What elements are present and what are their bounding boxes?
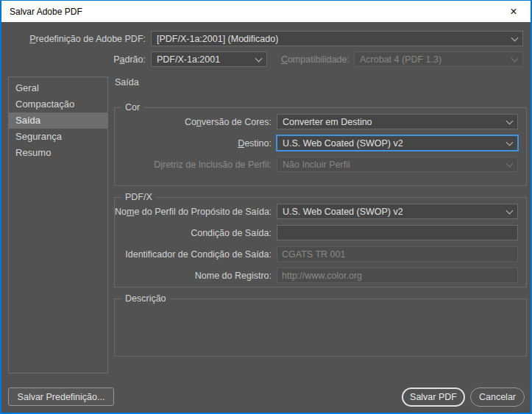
chevron-down-icon <box>511 54 519 62</box>
profile-inclusion-label: Diretriz de Inclusão de Perfil: <box>115 160 272 170</box>
pdfx-group: PDF/X Nome do Perfil do Propósito de Saí… <box>114 192 527 288</box>
registry-name-input <box>277 268 518 283</box>
save-pdf-button[interactable]: Salvar PDF <box>402 388 465 407</box>
settings-section-list: Geral Compactação Saída Segurança Resumo <box>8 76 108 374</box>
color-conversion-label: Conversão de Cores: <box>115 117 272 127</box>
standard-row: Padrão: PDF/X-1a:2001 Compatibilidade: A… <box>1 51 523 67</box>
destination-value: U.S. Web Coated (SWOP) v2 <box>283 138 403 149</box>
title-bar: Salvar Adobe PDF × <box>1 1 531 22</box>
save-adobe-pdf-dialog: Salvar Adobe PDF × Predefinição de Adobe… <box>0 0 532 414</box>
compatibility-label: Compatibilidade: <box>273 54 350 65</box>
preset-label: Predefinição de Adobe PDF: <box>1 34 146 44</box>
chevron-down-icon <box>506 117 514 124</box>
output-intent-profile-dropdown[interactable]: U.S. Web Coated (SWOP) v2 <box>277 204 518 219</box>
standard-label: Padrão: <box>1 54 146 65</box>
chevron-down-icon <box>255 54 263 62</box>
color-group: Cor Conversão de Cores: Converter em Des… <box>114 102 527 186</box>
output-condition-row: Condição de Saída: <box>115 225 518 240</box>
output-condition-id-label: Identificador de Condição de Saída: <box>115 249 272 260</box>
profile-inclusion-dropdown: Não Incluir Perfil <box>277 157 518 172</box>
preset-dropdown[interactable]: [PDF/X-1a:2001] (Modificado) <box>151 31 523 46</box>
destination-dropdown[interactable]: U.S. Web Coated (SWOP) v2 <box>277 135 518 151</box>
compatibility-value: Acrobat 4 (PDF 1.3) <box>360 54 441 65</box>
destination-row: Destino: U.S. Web Coated (SWOP) v2 <box>115 135 518 151</box>
sidebar-item-resumo[interactable]: Resumo <box>9 145 107 161</box>
profile-inclusion-value: Não Incluir Perfil <box>283 160 350 170</box>
output-condition-id-input <box>277 246 518 262</box>
close-icon[interactable]: × <box>497 1 531 22</box>
registry-name-label: Nome do Registro: <box>115 271 272 281</box>
chevron-down-icon <box>511 34 519 41</box>
output-condition-input[interactable] <box>277 225 518 240</box>
output-intent-profile-label: Nome do Perfil do Propósito de Saída: <box>115 207 272 217</box>
sidebar-item-seguranca[interactable]: Segurança <box>9 129 107 145</box>
pdfx-group-legend: PDF/X <box>121 192 156 202</box>
chevron-down-icon <box>506 207 514 214</box>
sidebar-item-saida[interactable]: Saída <box>9 113 107 129</box>
destination-label: Destino: <box>115 138 272 149</box>
output-condition-id-row: Identificador de Condição de Saída: <box>115 246 518 262</box>
profile-inclusion-row: Diretriz de Inclusão de Perfil: Não Incl… <box>115 157 518 172</box>
standard-dropdown[interactable]: PDF/X-1a:2001 <box>151 51 267 67</box>
color-conversion-value: Converter em Destino <box>283 117 372 127</box>
page-title: Saída <box>115 77 139 88</box>
sidebar-item-geral[interactable]: Geral <box>9 80 107 96</box>
color-conversion-row: Conversão de Cores: Converter em Destino <box>115 114 518 129</box>
standard-value: PDF/X-1a:2001 <box>157 54 220 65</box>
registry-name-row: Nome do Registro: <box>115 268 518 283</box>
cancel-button[interactable]: Cancelar <box>470 388 525 407</box>
description-group: Descrição <box>114 293 527 357</box>
output-intent-profile-value: U.S. Web Coated (SWOP) v2 <box>283 207 403 217</box>
sidebar-item-compactacao[interactable]: Compactação <box>9 96 107 113</box>
save-preset-button[interactable]: Salvar Predefinição... <box>8 388 114 406</box>
color-conversion-dropdown[interactable]: Converter em Destino <box>277 114 518 129</box>
description-group-legend: Descrição <box>121 293 170 304</box>
compatibility-dropdown: Acrobat 4 (PDF 1.3) <box>354 51 523 67</box>
output-intent-profile-row: Nome do Perfil do Propósito de Saída: U.… <box>115 204 518 219</box>
color-group-legend: Cor <box>121 102 143 113</box>
output-condition-label: Condição de Saída: <box>115 228 272 238</box>
preset-row: Predefinição de Adobe PDF: [PDF/X-1a:200… <box>1 31 523 46</box>
chevron-down-icon <box>506 160 514 167</box>
chevron-down-icon <box>506 138 514 146</box>
window-title: Salvar Adobe PDF <box>10 7 82 17</box>
preset-value: [PDF/X-1a:2001] (Modificado) <box>157 34 278 44</box>
